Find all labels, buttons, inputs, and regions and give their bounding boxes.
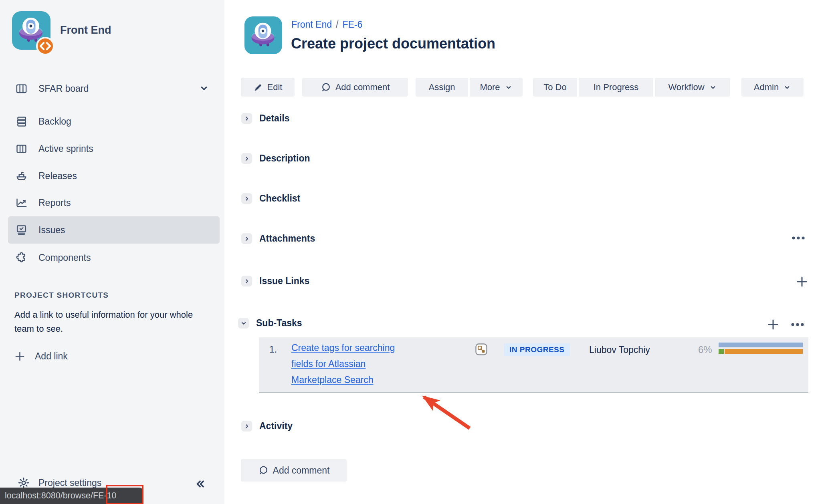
add-comment-button-label: Add comment [335, 82, 390, 93]
gear-icon [18, 477, 30, 489]
issue-title: Create project documentation [291, 35, 495, 52]
admin-button-label: Admin [754, 82, 779, 93]
breadcrumb-project-link[interactable]: Front End [291, 19, 332, 30]
chevron-right-icon [244, 196, 250, 202]
breadcrumb-separator: / [336, 19, 338, 30]
chevron-down-icon [505, 83, 513, 91]
ship-icon [15, 170, 28, 182]
reports-icon [15, 197, 28, 209]
add-link-button[interactable]: Add link [14, 351, 68, 362]
attachments-more-icon[interactable] [791, 236, 806, 240]
chevron-right-icon [244, 278, 250, 284]
section-sub-tasks: Sub-Tasks [238, 318, 302, 329]
sub-tasks-more-icon[interactable] [790, 322, 805, 327]
section-checklist-label: Checklist [259, 193, 300, 204]
to-do-button-label: To Do [543, 82, 566, 93]
footer-add-comment-button[interactable]: Add comment [241, 459, 347, 482]
assign-button-label: Assign [428, 82, 455, 93]
edit-button[interactable]: Edit [241, 78, 295, 97]
sprints-icon [15, 143, 28, 155]
in-progress-button-label: In Progress [594, 82, 639, 93]
jira-issue-page: { "project": { "name": "Front End" }, "s… [0, 0, 828, 504]
issue-links-add-icon[interactable] [796, 276, 808, 288]
sidebar-item-active-sprints[interactable]: Active sprints [0, 135, 224, 162]
workflow-button[interactable]: Workflow [655, 78, 730, 97]
sidebar-item-backlog[interactable]: Backlog [0, 108, 224, 135]
sidebar-item-components[interactable]: Components [0, 244, 224, 271]
backlog-icon [15, 115, 28, 128]
chevron-right-icon [244, 236, 250, 242]
project-settings-label: Project settings [38, 478, 101, 488]
add-link-label: Add link [35, 351, 68, 362]
section-activity-label: Activity [259, 421, 293, 431]
board-switcher-chevron-icon[interactable] [198, 83, 210, 94]
chevron-right-icon [244, 423, 250, 429]
sidebar-item-label: Releases [38, 171, 77, 181]
project-settings-button[interactable]: Project settings [18, 477, 101, 489]
sidebar-item-label: Active sprints [38, 143, 93, 154]
sub-task-index: 1. [269, 344, 277, 355]
admin-button[interactable]: Admin [741, 78, 804, 97]
section-attachments: Attachments [241, 233, 315, 244]
chevron-right-icon [244, 115, 250, 122]
to-do-button[interactable]: To Do [533, 78, 577, 97]
sidebar-item-board[interactable]: SFAR board [0, 75, 224, 102]
section-attachments-label: Attachments [259, 233, 315, 244]
collapse-sidebar-icon[interactable] [194, 478, 206, 490]
board-icon [15, 83, 28, 95]
status-url-prefix: localhost:8080/browse/ [5, 491, 93, 501]
chevron-down-icon [240, 320, 247, 327]
progress-bar-remaining [719, 343, 803, 347]
progress-bar-in-progress [725, 349, 803, 354]
section-sub-tasks-label: Sub-Tasks [256, 318, 302, 329]
status-url-tooltip: localhost:8080/browse/FE-10 [0, 488, 143, 504]
sub-tasks-panel: 1. Create tags for searching fields for … [259, 337, 808, 393]
workflow-group: To Do In Progress Workflow [533, 78, 730, 97]
breadcrumb: Front End/FE-6 [291, 19, 362, 30]
breadcrumb-issue-link[interactable]: FE-6 [342, 19, 362, 30]
project-name: Front End [60, 24, 111, 36]
activity-expand-button[interactable] [241, 421, 252, 431]
components-icon [15, 252, 28, 264]
section-details: Details [241, 113, 289, 124]
description-expand-button[interactable] [241, 153, 252, 164]
assign-button[interactable]: Assign [416, 78, 468, 97]
details-expand-button[interactable] [241, 113, 252, 124]
sidebar-item-issues[interactable]: Issues [8, 216, 220, 244]
project-sidebar: Front End SFAR board Backlog [0, 0, 224, 504]
plus-icon [14, 351, 25, 362]
sidebar-item-label: SFAR board [38, 83, 89, 94]
subtask-type-icon [475, 343, 487, 355]
sub-tasks-add-icon[interactable] [767, 319, 779, 331]
attachments-expand-button[interactable] [241, 233, 252, 244]
more-button[interactable]: More [470, 78, 523, 97]
status-badge: IN PROGRESS [504, 343, 570, 356]
sub-tasks-collapse-button[interactable] [238, 318, 249, 329]
project-type-code-icon [36, 37, 55, 55]
checklist-expand-button[interactable] [241, 193, 252, 204]
section-details-label: Details [259, 113, 289, 124]
in-progress-button[interactable]: In Progress [579, 78, 653, 97]
sidebar-item-reports[interactable]: Reports [0, 189, 224, 216]
assign-more-group: Assign More [416, 78, 523, 97]
section-description: Description [241, 153, 310, 164]
comment-bubble-icon [258, 465, 269, 476]
sub-task-link[interactable]: Create tags for searching fields for Atl… [291, 340, 404, 388]
footer-add-comment-label: Add comment [273, 465, 330, 476]
sidebar-item-releases[interactable]: Releases [0, 162, 224, 190]
progress-percentage: 6% [698, 344, 712, 355]
add-comment-button[interactable]: Add comment [302, 78, 408, 97]
sub-task-assignee: Liubov Topchiy [589, 345, 650, 355]
pencil-icon [253, 83, 263, 92]
workflow-button-label: Workflow [668, 82, 704, 93]
issue-links-expand-button[interactable] [241, 276, 252, 286]
issues-icon [15, 224, 28, 236]
sidebar-item-label: Components [38, 252, 91, 263]
section-issue-links: Issue Links [241, 276, 309, 286]
issue-project-avatar [244, 16, 282, 54]
edit-button-label: Edit [267, 82, 283, 93]
section-activity: Activity [241, 421, 293, 431]
more-button-label: More [480, 82, 500, 93]
sidebar-item-label: Issues [38, 225, 65, 236]
annotation-highlight-box [106, 485, 143, 504]
